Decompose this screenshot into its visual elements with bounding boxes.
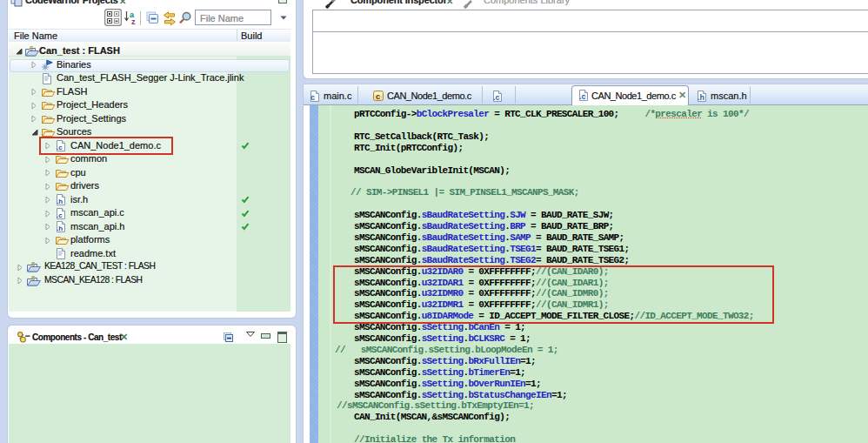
svg-text:.h: .h bbox=[57, 225, 63, 232]
svg-text:z: z bbox=[131, 17, 136, 25]
svg-text:c: c bbox=[310, 93, 315, 102]
svg-text:C: C bbox=[31, 275, 35, 282]
svg-text:C: C bbox=[30, 45, 33, 52]
svg-text:c: c bbox=[376, 92, 380, 101]
svg-text:.c: .c bbox=[57, 211, 63, 218]
svg-text:.h: .h bbox=[698, 93, 704, 102]
svg-text:.h: .h bbox=[57, 198, 63, 205]
svg-text:.c: .c bbox=[493, 93, 500, 102]
svg-text:.c: .c bbox=[579, 92, 586, 101]
svg-text:C: C bbox=[31, 261, 35, 268]
